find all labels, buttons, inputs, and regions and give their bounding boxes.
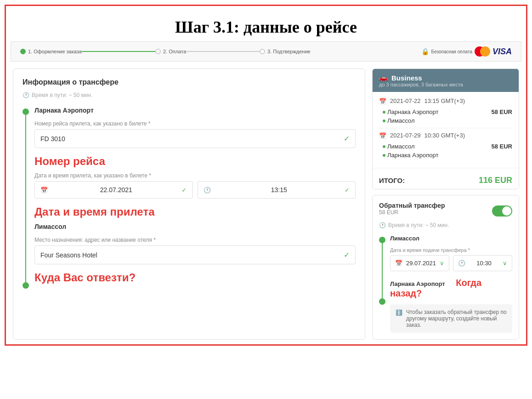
trip1-time: 13:15 GMT(+3)	[424, 97, 465, 104]
return-toggle[interactable]	[492, 205, 512, 217]
date-input[interactable]: 📅 22.07.2021 ✓	[34, 181, 193, 199]
booking-card: 🚗 Business до 3 пассажиров, 3 багажных м…	[372, 68, 519, 189]
progress-bar: 1. Оформление заказа 2. Оплата 3. Подтве…	[11, 41, 521, 62]
left-panel: Информация о трансфере 🕐 Время в пути: ~…	[13, 68, 365, 340]
route-dot-bottom	[23, 282, 29, 289]
trip1-to-label: Лимассол	[387, 117, 415, 124]
mastercard-icon	[475, 46, 490, 57]
mc-right	[480, 46, 490, 57]
route-dot-top	[23, 108, 29, 115]
step-line-1	[82, 51, 155, 52]
flight-number-annotation: Номер рейса	[34, 155, 356, 168]
booking-body: 📅 2021-07-22 13:15 GMT(+3) Ларнака Аэроп…	[373, 92, 519, 164]
date-value: 22.07.2021	[100, 186, 132, 194]
step-2: 2. Оплата	[155, 49, 186, 54]
return-cal-icon: 📅	[395, 260, 402, 267]
step-3: 3. Подтверждение	[260, 49, 311, 54]
step-1-label: 1. Оформление заказа	[28, 49, 82, 54]
booking-divider-1	[379, 128, 512, 128]
info-icon: ℹ️	[396, 309, 402, 316]
return-clock-icon-2: 🕐	[458, 260, 465, 267]
clock-icon-time: 🕐	[204, 187, 211, 194]
payment-icons: 🔒 Безопасная оплата VISA	[421, 46, 512, 57]
return-date-time-row: 📅 29.07.2021 ∨ 🕐 10:30 ∨	[390, 255, 512, 271]
trip1-from-label: Ларнака Аэропорт	[387, 108, 438, 115]
trip2-from-dot	[383, 145, 385, 148]
step-3-dot	[260, 49, 265, 54]
visa-icon: VISA	[492, 47, 512, 57]
return-route-form: Лимассол Дата и время подачи трансфера *…	[390, 235, 512, 333]
trip2-from-label: Лимассол	[387, 143, 415, 150]
car-type: 🚗 Business	[379, 74, 512, 82]
right-panel: 🚗 Business до 3 пассажиров, 3 багажных м…	[372, 68, 519, 340]
return-time-input[interactable]: 🕐 10:30 ∨	[453, 255, 512, 271]
trip1-to: Лимассол	[383, 117, 512, 124]
total-row: ИТОГО: 116 EUR	[373, 172, 519, 189]
time-input[interactable]: 🕐 13:15 ✓	[198, 181, 356, 199]
return-date-input[interactable]: 📅 29.07.2021 ∨	[390, 255, 449, 271]
progress-steps: 1. Оформление заказа 2. Оплата 3. Подтве…	[20, 49, 421, 54]
route-line	[23, 107, 29, 289]
trip2-price: 58 EUR	[491, 143, 512, 150]
total-label: ИТОГО:	[379, 177, 405, 184]
return-vert-line	[382, 243, 383, 298]
date-chevron-icon: ✓	[181, 187, 187, 194]
step-1: 1. Оформление заказа	[20, 49, 82, 54]
trip1-date-row: 📅 2021-07-22 13:15 GMT(+3)	[379, 97, 512, 105]
car-icon: 🚗	[379, 74, 388, 82]
from-location-label: Ларнака Аэропорт	[34, 107, 356, 114]
return-header: Обратный трансфер 58 EUR	[379, 202, 512, 220]
trip1-from-line: Ларнака Аэропорт 58 EUR	[383, 108, 512, 115]
trip1-price: 58 EUR	[491, 108, 512, 115]
return-clock-icon: 🕐	[379, 222, 386, 228]
trip1-date: 2021-07-22	[390, 97, 421, 104]
return-time-value: 10:30	[476, 260, 492, 267]
page-title: Шаг 3.1: данные о рейсе	[11, 11, 521, 41]
return-route-line	[379, 235, 385, 333]
step-3-label: 3. Подтверждение	[267, 49, 311, 54]
transfer-info-title: Информация о трансфере	[23, 78, 356, 86]
travel-time: 🕐 Время в пути: ~ 50 мин.	[23, 92, 356, 98]
car-type-label: Business	[391, 74, 422, 82]
travel-time-label: Время в пути: ~ 50 мин.	[32, 92, 92, 98]
trip1-to-dot	[383, 120, 385, 122]
trip2-from: Лимассол	[383, 143, 415, 150]
destination-input[interactable]: Four Seasons Hotel ✓	[34, 245, 356, 264]
return-route-dot-bottom	[379, 298, 385, 305]
trip1-route: Ларнака Аэропорт 58 EUR Лимассол	[383, 108, 512, 124]
trip2-from-line: Лимассол 58 EUR	[383, 143, 512, 150]
return-time-chevron: ∨	[503, 260, 507, 267]
calendar-icon: 📅	[40, 187, 48, 194]
return-title: Обратный трансфер	[379, 202, 445, 209]
route-vertical-line	[25, 115, 26, 282]
destination-field-label: Место назначения: адрес или название оте…	[34, 237, 356, 243]
return-travel-time: 🕐 Время в пути: ~ 50 мин.	[379, 222, 512, 228]
trip1-from: Ларнака Аэропорт	[383, 108, 438, 115]
step-2-dot	[155, 49, 161, 54]
route-form: Ларнака Аэропорт Номер рейса прилета, ка…	[34, 107, 356, 289]
return-date-value: 29.07.2021	[406, 260, 436, 267]
main-content: Информация о трансфере 🕐 Время в пути: ~…	[11, 68, 521, 340]
step-2-label: 2. Оплата	[163, 49, 186, 54]
time-value: 13:15	[271, 186, 287, 194]
flight-number-input[interactable]: FD 3010 ✓	[34, 129, 356, 148]
trip1-from-dot	[383, 111, 385, 114]
trip2-date-row: 📅 2021-07-29 10:30 GMT(+3)	[379, 132, 512, 139]
trip2-cal-icon: 📅	[379, 132, 386, 139]
booking-divider-2	[373, 168, 519, 168]
return-to-location: Ларнака Аэропорт Когда назад?	[390, 278, 512, 299]
car-desc: до 3 пассажиров, 3 багажных места	[379, 82, 512, 87]
booking-header: 🚗 Business до 3 пассажиров, 3 багажных м…	[373, 69, 519, 92]
trip1-cal-icon: 📅	[379, 98, 386, 105]
step-line-2	[186, 51, 260, 52]
return-price: 58 EUR	[379, 209, 445, 216]
second-location: Лимасcол Место назначения: адрес или наз…	[34, 223, 356, 284]
step-1-dot	[20, 49, 26, 54]
total-amount: 116 EUR	[479, 176, 512, 185]
trip2-date: 2021-07-29	[390, 132, 421, 139]
trip2-to-label: Ларнака Аэропорт	[387, 152, 438, 159]
time-chevron-icon: ✓	[345, 187, 350, 194]
return-route-dot-top	[379, 237, 385, 243]
date-annotation: Дата и время прилета	[34, 205, 356, 218]
lock-icon: 🔒	[421, 48, 429, 55]
